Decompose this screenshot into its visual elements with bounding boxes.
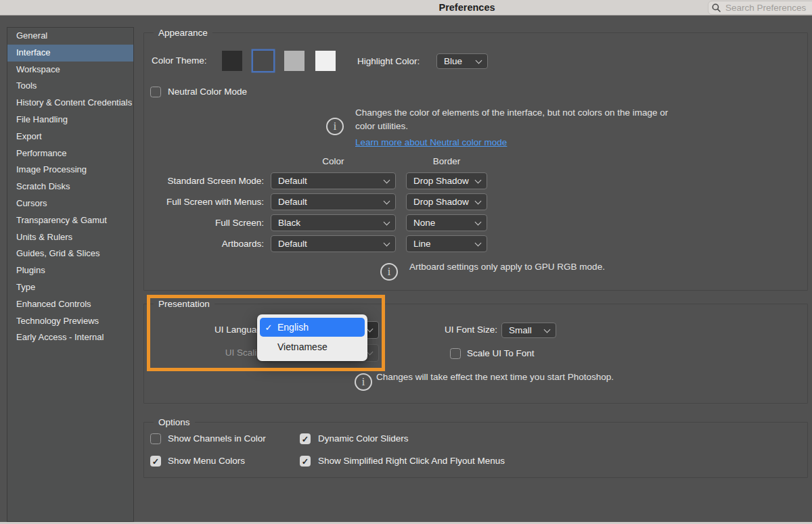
color-theme-swatch-light-gray[interactable]: [284, 51, 304, 71]
sidebar-item-image-processing[interactable]: Image Processing: [7, 162, 133, 178]
sidebar-item-technology-previews[interactable]: Technology Previews: [7, 313, 133, 330]
sidebar-item-scratch-disks[interactable]: Scratch Disks: [7, 178, 133, 195]
show-channels-in-color-checkbox[interactable]: ✓: [150, 433, 161, 444]
chevron-down-icon: [384, 239, 390, 246]
full-screen-color-value: Black: [278, 218, 300, 228]
ui-font-size-label: UI Font Size:: [406, 325, 497, 335]
info-icon: i: [326, 118, 344, 135]
artboards-border-select[interactable]: Line: [406, 235, 487, 252]
restart-note-text: Changes will take effect the next time y…: [376, 371, 614, 384]
sidebar-item-type[interactable]: Type: [7, 279, 133, 296]
color-theme-swatch-black[interactable]: [222, 51, 242, 71]
neutral-info-text: Changes the color of elements of the int…: [355, 106, 690, 133]
scale-ui-to-font-label: Scale UI To Font: [467, 348, 535, 358]
options-legend: Options: [154, 417, 195, 427]
preferences-window: Preferences General Interface Workspace …: [0, 0, 812, 524]
standard-screen-mode-color-select[interactable]: Default: [271, 172, 396, 189]
border-column-header: Border: [406, 156, 487, 166]
full-screen-menus-color-select[interactable]: Default: [271, 193, 396, 210]
show-menu-colors-label: Show Menu Colors: [168, 456, 245, 466]
chevron-down-icon: [475, 218, 482, 225]
sidebar-item-guides-grid-slices[interactable]: Guides, Grid & Slices: [7, 245, 133, 262]
full-screen-border-value: None: [413, 218, 435, 228]
sidebar-item-workspace[interactable]: Workspace: [7, 62, 133, 78]
color-theme-label: Color Theme:: [152, 55, 207, 66]
menu-item-label: English: [277, 322, 309, 333]
chevron-down-icon: [475, 239, 482, 246]
neutral-color-mode-checkbox[interactable]: ✓: [150, 87, 161, 97]
sidebar-item-file-handling[interactable]: File Handling: [7, 112, 133, 128]
full-screen-menus-border-value: Drop Shadow: [413, 197, 469, 207]
ui-scaling-label: UI Scaling:: [162, 348, 269, 358]
neutral-learn-more-link[interactable]: Learn more about Neutral color mode: [355, 137, 507, 147]
show-menu-colors-checkbox[interactable]: ✓: [150, 456, 161, 467]
full-screen-menus-border-select[interactable]: Drop Shadow: [406, 193, 487, 210]
sidebar-item-transparency-gamut[interactable]: Transparency & Gamut: [7, 212, 133, 229]
show-simplified-right-click-label: Show Simplified Right Click And Flyout M…: [318, 456, 505, 466]
ui-font-size-value: Small: [509, 325, 532, 335]
color-theme-swatch-dark-gray[interactable]: [253, 51, 273, 71]
search-icon: [712, 3, 721, 12]
artboard-info-text: Artboard settings only apply to GPU RGB …: [409, 260, 605, 274]
dynamic-color-sliders-checkbox[interactable]: ✓: [300, 433, 311, 444]
sidebar-item-performance[interactable]: Performance: [7, 145, 133, 162]
ui-language-menu: ✓ English Vietnamese: [257, 314, 367, 361]
search-input[interactable]: [724, 2, 812, 14]
highlight-color-value: Blue: [444, 56, 462, 66]
sidebar-item-cursors[interactable]: Cursors: [7, 195, 133, 212]
artboards-color-select[interactable]: Default: [271, 235, 396, 252]
show-simplified-right-click-checkbox[interactable]: ✓: [300, 456, 311, 467]
sidebar-item-plugins[interactable]: Plugins: [7, 262, 133, 279]
neutral-color-mode-label: Neutral Color Mode: [168, 87, 247, 97]
page-title: Preferences: [438, 0, 495, 15]
full-screen-menus-label: Full Screen with Menus:: [143, 197, 264, 207]
chevron-down-icon: [384, 197, 390, 204]
full-screen-label: Full Screen:: [143, 218, 264, 228]
titlebar: Preferences: [0, 0, 812, 16]
standard-screen-mode-label: Standard Screen Mode:: [143, 176, 264, 186]
menu-item-vietnamese[interactable]: Vietnamese: [260, 337, 365, 356]
scale-ui-to-font-checkbox[interactable]: ✓: [450, 348, 461, 359]
options-group: Options: [143, 417, 808, 478]
standard-screen-mode-border-select[interactable]: Drop Shadow: [406, 172, 487, 189]
chevron-down-icon: [367, 326, 374, 333]
chevron-down-icon: [384, 176, 390, 183]
menu-item-label: Vietnamese: [277, 341, 328, 352]
appearance-legend: Appearance: [154, 28, 212, 38]
chevron-down-icon: [475, 176, 482, 183]
show-channels-in-color-label: Show Channels in Color: [168, 433, 266, 444]
artboards-color-value: Default: [278, 239, 307, 249]
artboards-border-value: Line: [413, 239, 431, 249]
sidebar-item-early-access[interactable]: Early Access - Internal: [7, 329, 133, 346]
highlight-color-select[interactable]: Blue: [436, 53, 488, 69]
color-theme-swatch-white[interactable]: [315, 51, 336, 71]
dynamic-color-sliders-label: Dynamic Color Sliders: [318, 433, 409, 444]
menu-item-english[interactable]: ✓ English: [260, 318, 365, 337]
sidebar-item-history[interactable]: History & Content Credentials: [7, 95, 133, 112]
sidebar-item-export[interactable]: Export: [7, 128, 133, 145]
info-icon: i: [355, 373, 372, 391]
color-column-header: Color: [271, 156, 396, 166]
ui-language-label: UI Language:: [162, 325, 269, 335]
sidebar-item-interface[interactable]: Interface: [7, 45, 133, 62]
sidebar-item-tools[interactable]: Tools: [7, 78, 133, 95]
full-screen-menus-color-value: Default: [278, 197, 307, 207]
full-screen-color-select[interactable]: Black: [271, 214, 396, 231]
full-screen-border-select[interactable]: None: [406, 214, 487, 231]
chevron-down-icon: [544, 326, 551, 333]
chevron-down-icon: [475, 197, 482, 204]
highlight-color-label: Highlight Color:: [357, 56, 420, 66]
standard-screen-mode-color-value: Default: [278, 176, 307, 186]
info-icon: i: [380, 263, 398, 281]
sidebar: General Interface Workspace Tools Histor…: [7, 27, 134, 522]
chevron-down-icon: [384, 218, 390, 225]
standard-screen-mode-border-value: Drop Shadow: [413, 176, 469, 186]
search-field[interactable]: [708, 1, 812, 15]
chevron-down-icon: [367, 349, 374, 356]
ui-font-size-select[interactable]: Small: [501, 323, 556, 338]
presentation-legend: Presentation: [154, 299, 215, 309]
sidebar-item-enhanced-controls[interactable]: Enhanced Controls: [7, 296, 133, 313]
sidebar-item-units-rulers[interactable]: Units & Rulers: [7, 229, 133, 246]
sidebar-item-general[interactable]: General: [7, 28, 133, 45]
checkmark-icon: ✓: [260, 323, 277, 333]
